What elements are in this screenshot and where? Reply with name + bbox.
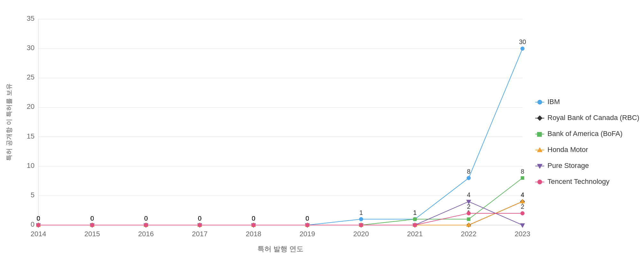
svg-text:35: 35 (27, 14, 35, 22)
svg-text:1: 1 (413, 209, 417, 216)
svg-text:Royal Bank of Canada (RBC): Royal Bank of Canada (RBC) (547, 114, 639, 122)
svg-text:2: 2 (467, 203, 470, 210)
svg-text:0: 0 (252, 215, 255, 222)
svg-text:0: 0 (198, 215, 201, 222)
svg-text:0: 0 (36, 215, 40, 222)
svg-text:Tencent Technology: Tencent Technology (547, 178, 609, 185)
svg-text:0: 0 (31, 220, 35, 228)
svg-text:2017: 2017 (192, 230, 208, 238)
svg-text:2018: 2018 (246, 230, 261, 238)
svg-point-136 (521, 211, 524, 215)
chart-container: 0510152025303520142015201620172018201920… (0, 0, 644, 257)
svg-point-42 (359, 217, 363, 221)
svg-text:4: 4 (467, 191, 470, 198)
svg-text:2014: 2014 (31, 230, 46, 238)
svg-text:8: 8 (467, 168, 470, 175)
svg-text:30: 30 (519, 38, 526, 45)
svg-point-132 (359, 223, 363, 227)
svg-text:2015: 2015 (84, 230, 100, 238)
svg-text:5: 5 (31, 191, 35, 199)
svg-text:0: 0 (306, 215, 309, 222)
svg-text:8: 8 (521, 168, 524, 175)
svg-marker-119 (520, 223, 525, 228)
svg-point-48 (521, 47, 524, 50)
svg-text:IBM: IBM (547, 98, 560, 106)
svg-text:2016: 2016 (138, 230, 154, 238)
svg-rect-80 (413, 218, 417, 221)
svg-text:Honda Motor: Honda Motor (547, 146, 588, 154)
svg-text:0: 0 (90, 215, 94, 222)
svg-text:2022: 2022 (461, 230, 476, 238)
svg-rect-82 (467, 218, 470, 221)
svg-point-128 (252, 223, 255, 227)
svg-point-122 (90, 223, 94, 227)
svg-text:4: 4 (521, 191, 524, 198)
svg-point-133 (413, 223, 417, 227)
svg-text:2020: 2020 (353, 230, 369, 238)
svg-text:2019: 2019 (300, 230, 315, 238)
svg-rect-84 (521, 177, 524, 180)
svg-text:0: 0 (144, 215, 148, 222)
svg-text:1: 1 (359, 209, 363, 216)
svg-text:Pure Storage: Pure Storage (547, 162, 589, 170)
svg-text:2023: 2023 (515, 230, 530, 238)
svg-text:15: 15 (27, 132, 35, 140)
svg-point-130 (305, 223, 309, 227)
svg-text:2: 2 (521, 203, 524, 210)
svg-point-46 (467, 176, 471, 180)
line-chart: 0510152025303520142015201620172018201920… (0, 0, 644, 257)
svg-text:20: 20 (27, 102, 35, 110)
svg-text:30: 30 (27, 44, 35, 52)
svg-point-134 (467, 211, 471, 215)
svg-text:2021: 2021 (407, 230, 423, 238)
svg-text:10: 10 (27, 162, 35, 170)
svg-text:특허 발행 연도: 특허 발행 연도 (257, 245, 303, 253)
svg-point-124 (144, 223, 148, 227)
svg-text:특허 공개항 이 특허를 보유: 특허 공개항 이 특허를 보유 (5, 83, 12, 161)
svg-text:Bank of America (BoFA): Bank of America (BoFA) (547, 130, 623, 138)
svg-point-120 (36, 223, 40, 227)
svg-text:25: 25 (27, 73, 35, 81)
svg-point-126 (198, 223, 202, 227)
